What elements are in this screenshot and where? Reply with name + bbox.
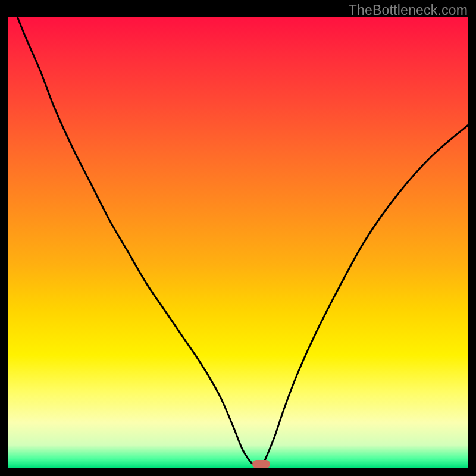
- watermark-label: TheBottleneck.com: [349, 2, 468, 18]
- chart-frame: TheBottleneck.com: [0, 0, 476, 476]
- bottleneck-curve: [8, 17, 468, 468]
- plot-area: [8, 17, 468, 468]
- optimum-marker: [252, 460, 270, 468]
